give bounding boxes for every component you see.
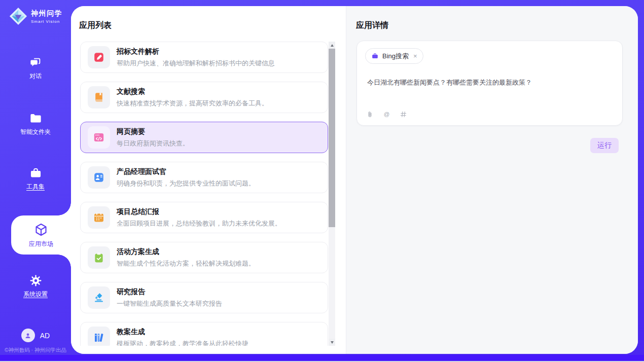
app-item-title: 文献搜索: [117, 87, 268, 96]
brand-logo: 神州问学 Smart Vision: [0, 7, 71, 26]
app-list-item-pm-interviewer[interactable]: 产品经理面试官明确身份和职责，为您提供专业性的面试问题。: [80, 162, 328, 193]
prompt-toolbar: @: [366, 110, 408, 119]
clipboard-check-icon: [93, 251, 105, 264]
interviewer-icon: [93, 171, 105, 184]
cube-icon: [33, 222, 49, 237]
sidebar-item-label: 对话: [0, 72, 71, 81]
app-icon-container: [88, 286, 110, 309]
brand-name: 神州问学: [31, 9, 62, 18]
app-list-panel: 应用列表 招标文件解析帮助用户快速、准确地理解和解析招标书中的关键信息文献搜索快…: [71, 6, 346, 354]
app-detail-panel: 应用详情 Bing搜索 × 今日湖北有哪些新闻要点？有哪些需要关注的最新政策？ …: [346, 6, 638, 354]
sidebar-item-label: 工具集: [0, 183, 71, 191]
app-icon-container: [88, 86, 110, 108]
chat-icon: [0, 56, 71, 69]
app-list-item-literature-search[interactable]: 文献搜索快速精准查找学术资源，提高研究效率的必备工具。: [80, 82, 328, 113]
calendar-report-icon: [93, 211, 105, 224]
sidebar-item-system-settings[interactable]: 系统设置: [0, 274, 71, 299]
app-list-item-webpage-summary[interactable]: 网页摘要每日政府新闻资讯快查。: [80, 122, 328, 153]
app-list: 招标文件解析帮助用户快速、准确地理解和解析招标书中的关键信息文献搜索快速精准查找…: [80, 42, 328, 346]
sidebar-item-label: 系统设置: [0, 290, 71, 299]
triangle-down-icon: [331, 341, 334, 344]
books-icon: [93, 332, 105, 344]
app-item-description: 明确身份和职责，为您提供专业性的面试问题。: [117, 179, 255, 188]
prompt-text[interactable]: 今日湖北有哪些新闻要点？有哪些需要关注的最新政策？: [367, 78, 610, 88]
app-list-title: 应用列表: [79, 20, 112, 31]
app-list-item-project-summary-report[interactable]: 项目总结汇报全面回顾项目进展，总结经验教训，助力未来优化发展。: [80, 202, 328, 233]
paperclip-icon[interactable]: [366, 110, 374, 119]
app-icon-container: [88, 246, 110, 269]
briefcase-icon: [371, 52, 379, 60]
bottom-bar: [0, 355, 644, 361]
app-item-title: 产品经理面试官: [117, 167, 255, 176]
app-detail-title: 应用详情: [356, 20, 388, 31]
user-label: AD: [40, 332, 50, 340]
sidebar-item-toolset[interactable]: 工具集: [0, 166, 71, 191]
book-icon: [93, 91, 105, 103]
app-item-description: 一键智能生成高质量长文本研究报告: [117, 299, 222, 308]
user-icon: [24, 332, 32, 340]
app-item-title: 活动方案生成: [117, 247, 255, 257]
toolbox-icon: [0, 166, 71, 180]
app-item-description: 模板驱动，教案秒成，教学准备从此轻松快捷: [117, 339, 248, 346]
research-icon: [93, 292, 105, 304]
app-list-item-event-plan-generation[interactable]: 活动方案生成智能生成个性化活动方案，轻松解决规划难题。: [80, 242, 328, 273]
app-icon-container: [88, 166, 110, 189]
scrollbar-thumb[interactable]: [329, 49, 335, 227]
sidebar-item-smart-folder[interactable]: 智能文件夹: [0, 112, 71, 136]
app-item-title: 研究报告: [117, 287, 222, 297]
user-row: AD: [0, 329, 71, 342]
app-item-description: 帮助用户快速、准确地理解和解析招标书中的关键信息: [117, 59, 275, 68]
scrollbar-up-button[interactable]: [329, 42, 335, 49]
sidebar-item-label: 应用市场: [29, 240, 53, 248]
tool-chip-label: Bing搜索: [382, 52, 409, 61]
scrollbar-down-button[interactable]: [329, 339, 335, 346]
gear-icon: [0, 274, 71, 287]
scrollbar[interactable]: [329, 42, 335, 346]
bid-edit-icon: [93, 51, 105, 63]
diamond-logo-icon: [9, 7, 28, 26]
app-list-item-lesson-plan-generation[interactable]: 教案生成模板驱动，教案秒成，教学准备从此轻松快捷: [80, 322, 328, 346]
sidebar-item-label: 智能文件夹: [0, 128, 71, 136]
sidebar-item-app-market[interactable]: 应用市场: [11, 215, 71, 255]
app-list-item-research-report[interactable]: 研究报告一键智能生成高质量长文本研究报告: [80, 282, 328, 313]
at-icon[interactable]: @: [382, 110, 391, 119]
app-item-description: 智能生成个性化活动方案，轻松解决规划难题。: [117, 259, 255, 268]
app-icon-container: [88, 206, 110, 229]
app-item-title: 网页摘要: [117, 127, 189, 136]
app-item-title: 招标文件解析: [117, 47, 275, 56]
app-icon-container: [88, 126, 110, 149]
triangle-up-icon: [331, 44, 334, 47]
sidebar-item-chat[interactable]: 对话: [0, 56, 71, 81]
folder-icon: [0, 112, 71, 125]
app-icon-container: [88, 46, 110, 68]
tool-chip-bing-search[interactable]: Bing搜索 ×: [365, 48, 423, 64]
app-icon-container: [88, 327, 110, 346]
app-list-item-bid-document-analysis[interactable]: 招标文件解析帮助用户快速、准确地理解和解析招标书中的关键信息: [80, 42, 328, 73]
sidebar: 神州问学 Smart Vision 对话智能文件夹工具集应用市场系统设置 AD …: [0, 0, 71, 355]
sidebar-footer: ©神州数码 · 神州问学出品: [0, 347, 71, 354]
prompt-card[interactable]: Bing搜索 × 今日湖北有哪些新闻要点？有哪些需要关注的最新政策？ @: [356, 41, 623, 126]
webpage-code-icon: [93, 131, 105, 143]
avatar[interactable]: [21, 329, 35, 342]
app-item-description: 每日政府新闻资讯快查。: [117, 139, 189, 148]
brand-tagline: Smart Vision: [31, 19, 62, 24]
chip-close-icon[interactable]: ×: [413, 52, 417, 60]
content-card: 应用列表 招标文件解析帮助用户快速、准确地理解和解析招标书中的关键信息文献搜索快…: [71, 6, 638, 354]
svg-text:@: @: [384, 111, 390, 117]
hash-icon[interactable]: [399, 110, 408, 119]
app-item-title: 项目总结汇报: [117, 207, 281, 216]
app-item-description: 全面回顾项目进展，总结经验教训，助力未来优化发展。: [117, 219, 281, 228]
run-button[interactable]: 运行: [590, 138, 619, 153]
app-item-description: 快速精准查找学术资源，提高研究效率的必备工具。: [117, 99, 268, 108]
app-item-title: 教案生成: [117, 328, 248, 337]
